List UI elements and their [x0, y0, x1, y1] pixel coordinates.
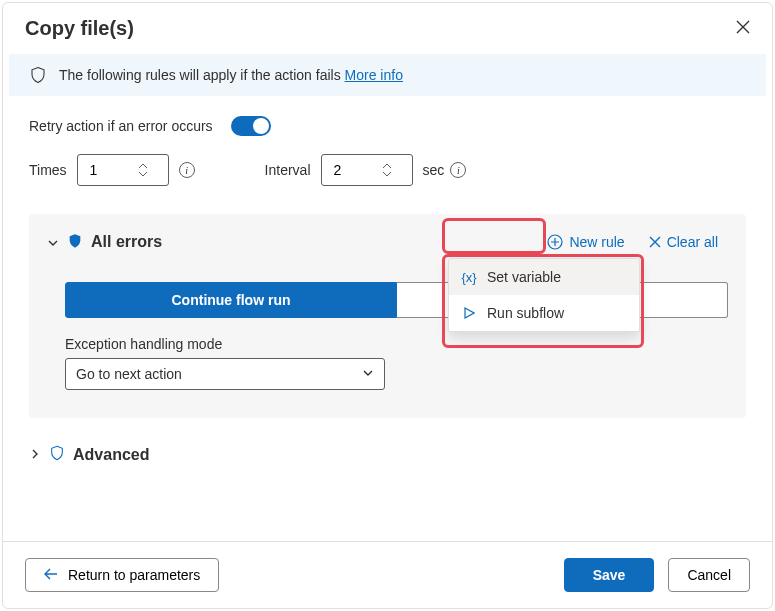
errors-panel: All errors New rule Clear all Continue f… — [29, 214, 746, 418]
chevron-up-icon — [382, 162, 392, 170]
times-stepper[interactable] — [77, 154, 169, 186]
shield-outline-icon — [49, 444, 65, 465]
dialog-body: Retry action if an error occurs Times i … — [3, 96, 772, 541]
interval-unit: sec — [423, 162, 445, 178]
retry-numbers-row: Times i Interval seci — [29, 154, 746, 186]
chevron-up-icon — [138, 162, 148, 170]
new-rule-button[interactable]: New rule — [537, 228, 634, 256]
save-button[interactable]: Save — [564, 558, 655, 592]
chevron-right-icon — [29, 447, 41, 463]
shield-filled-icon — [67, 232, 83, 253]
plus-circle-icon — [547, 234, 563, 250]
menu-item-run-subflow[interactable]: Run subflow — [449, 295, 639, 331]
interval-label: Interval — [265, 162, 311, 178]
new-rule-menu: {x} Set variable Run subflow — [448, 258, 640, 332]
menu-item-set-variable[interactable]: {x} Set variable — [449, 259, 639, 295]
x-icon — [649, 236, 661, 248]
return-to-parameters-button[interactable]: Return to parameters — [25, 558, 219, 592]
all-errors-label: All errors — [91, 233, 162, 251]
retry-row: Retry action if an error occurs — [29, 116, 746, 136]
interval-spinner[interactable] — [382, 162, 392, 178]
info-bar: The following rules will apply if the ac… — [9, 54, 766, 96]
chevron-down-icon — [47, 236, 59, 248]
times-input[interactable] — [88, 161, 138, 179]
cancel-button[interactable]: Cancel — [668, 558, 750, 592]
clear-all-button[interactable]: Clear all — [639, 228, 728, 256]
panel-header: All errors New rule Clear all — [47, 228, 728, 256]
chevron-down-icon — [382, 170, 392, 178]
close-icon — [736, 20, 750, 34]
retry-toggle[interactable] — [231, 116, 271, 136]
times-spinner[interactable] — [138, 162, 148, 178]
info-icon[interactable]: i — [179, 162, 195, 178]
play-icon — [461, 305, 477, 321]
arrow-left-icon — [44, 567, 58, 583]
times-label: Times — [29, 162, 67, 178]
continue-flow-run-button[interactable]: Continue flow run — [65, 282, 397, 318]
info-text: The following rules will apply if the ac… — [59, 67, 403, 83]
interval-input[interactable] — [332, 161, 382, 179]
mode-label: Exception handling mode — [65, 336, 728, 352]
dialog-title: Copy file(s) — [25, 17, 134, 40]
braces-icon: {x} — [461, 269, 477, 285]
advanced-label: Advanced — [73, 446, 149, 464]
dialog-header: Copy file(s) — [3, 3, 772, 50]
close-button[interactable] — [736, 20, 750, 37]
dialog-footer: Return to parameters Save Cancel — [3, 541, 772, 608]
info-icon[interactable]: i — [450, 162, 466, 178]
chevron-down-icon — [362, 366, 374, 382]
mode-value: Go to next action — [76, 366, 182, 382]
chevron-down-icon — [138, 170, 148, 178]
dialog: Copy file(s) The following rules will ap… — [2, 2, 773, 609]
interval-stepper[interactable] — [321, 154, 413, 186]
advanced-header[interactable]: Advanced — [29, 444, 746, 465]
toggle-knob-icon — [253, 118, 269, 134]
mode-select[interactable]: Go to next action — [65, 358, 385, 390]
all-errors-header[interactable]: All errors — [47, 232, 162, 253]
more-info-link[interactable]: More info — [345, 67, 403, 83]
shield-icon — [29, 66, 47, 84]
retry-label: Retry action if an error occurs — [29, 118, 213, 134]
